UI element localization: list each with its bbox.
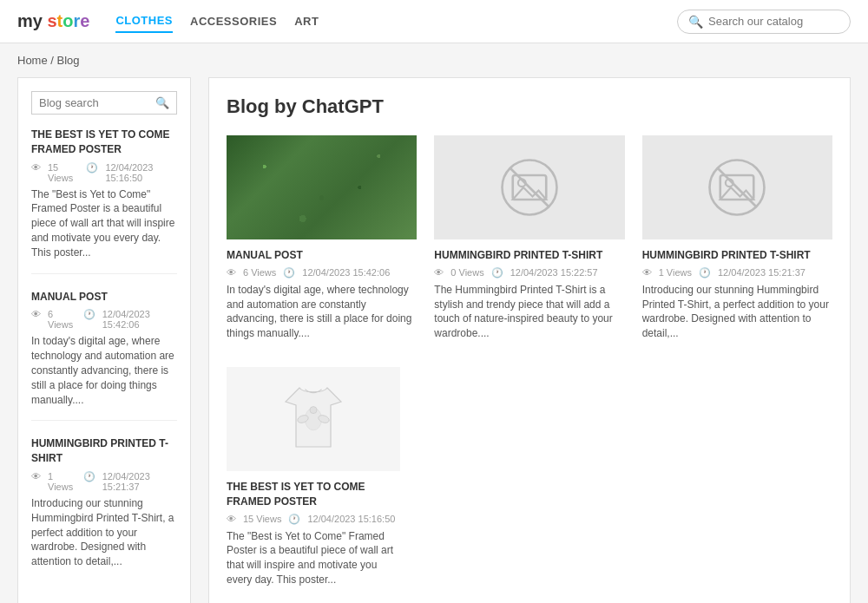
sidebar-post-1-views: 6 Views bbox=[48, 309, 76, 330]
blog-card-hummingbird-1: HUMMINGBIRD PRINTED T-SHIRT 👁 0 Views 🕐 … bbox=[434, 135, 624, 341]
sidebar-post-2-views: 1 Views bbox=[48, 471, 76, 492]
blog-card-hummingbird-2-meta: 👁 1 Views 🕐 12/04/2023 15:21:37 bbox=[642, 267, 832, 279]
blog-card-hummingbird-1-meta: 👁 0 Views 🕐 12/04/2023 15:22:57 bbox=[434, 267, 624, 279]
main-nav: CLOTHES ACCESSORIES ART bbox=[115, 10, 677, 33]
svg-line-6 bbox=[718, 167, 758, 207]
sidebar-post-0-clock-icon: 🕐 bbox=[86, 162, 98, 183]
sidebar-post-2-excerpt: Introducing our stunning Hummingbird Pri… bbox=[31, 496, 177, 569]
breadcrumb-home[interactable]: Home bbox=[17, 54, 48, 67]
blog-card-hummingbird-1-views-icon: 👁 bbox=[434, 267, 444, 279]
sidebar-post-0-title[interactable]: THE BEST IS YET TO COME FRAMED POSTER bbox=[31, 128, 177, 157]
logo-my-text: my bbox=[17, 11, 47, 30]
blog-card-hummingbird-2: HUMMINGBIRD PRINTED T-SHIRT 👁 1 Views 🕐 … bbox=[642, 135, 832, 341]
blog-card-manual-post-views-icon: 👁 bbox=[227, 267, 236, 279]
nav-item-art[interactable]: ART bbox=[294, 10, 319, 32]
blog-card-best-poster-date: 12/04/2023 15:16:50 bbox=[307, 514, 395, 525]
logo[interactable]: my store bbox=[17, 11, 89, 31]
sidebar-post-0-views-icon: 👁 bbox=[31, 162, 41, 183]
blog-card-manual-post-image[interactable] bbox=[227, 135, 417, 239]
blog-card-hummingbird-2-excerpt: Introducing our stunning Hummingbird Pri… bbox=[642, 283, 832, 341]
breadcrumb: Home / Blog bbox=[0, 43, 868, 77]
blog-card-hummingbird-1-clock-icon: 🕐 bbox=[491, 267, 503, 279]
sidebar-post-1: MANUAL POST 👁 6 Views 🕐 12/04/2023 15:42… bbox=[31, 290, 177, 422]
sidebar-post-1-meta: 👁 6 Views 🕐 12/04/2023 15:42:06 bbox=[31, 309, 177, 330]
blog-card-best-poster-clock-icon: 🕐 bbox=[288, 514, 300, 525]
blog-card-hummingbird-1-views: 0 Views bbox=[450, 267, 483, 279]
blog-card-best-poster-views: 15 Views bbox=[243, 514, 281, 525]
svg-point-11 bbox=[310, 407, 317, 414]
blog-card-best-poster-image[interactable] bbox=[227, 367, 400, 471]
global-search-box[interactable]: 🔍 bbox=[677, 10, 851, 34]
sidebar-post-2-clock-icon: 🕐 bbox=[83, 471, 95, 492]
blog-card-manual-post-meta: 👁 6 Views 🕐 12/04/2023 15:42:06 bbox=[227, 267, 417, 279]
sidebar-post-1-excerpt: In today's digital age, where technology… bbox=[31, 334, 177, 407]
blog-card-hummingbird-2-title[interactable]: HUMMINGBIRD PRINTED T-SHIRT bbox=[642, 248, 832, 263]
sidebar-post-0-views: 15 Views bbox=[48, 162, 79, 183]
svg-line-1 bbox=[510, 167, 549, 207]
blog-card-manual-post-excerpt: In today's digital age, where technology… bbox=[227, 283, 417, 341]
sidebar-post-0-date: 12/04/2023 15:16:50 bbox=[105, 162, 177, 183]
blog-card-best-poster-views-icon: 👁 bbox=[227, 514, 236, 525]
blog-card-hummingbird-2-image[interactable] bbox=[642, 135, 832, 239]
blog-card-manual-post-title[interactable]: MANUAL POST bbox=[227, 248, 417, 263]
sidebar-post-2-views-icon: 👁 bbox=[31, 471, 41, 492]
blog-card-hummingbird-2-date: 12/04/2023 15:21:37 bbox=[718, 267, 806, 279]
sidebar-post-2-date: 12/04/2023 15:21:37 bbox=[102, 471, 177, 492]
blog-search-icon[interactable]: 🔍 bbox=[155, 96, 169, 109]
blog-card-hummingbird-1-date: 12/04/2023 15:22:57 bbox=[510, 267, 598, 279]
breadcrumb-current: Blog bbox=[57, 54, 80, 67]
content-area: Blog by ChatGPT MANUAL POST 👁 6 Views 🕐 … bbox=[208, 77, 851, 603]
no-image-icon bbox=[499, 157, 560, 218]
blog-card-manual-post: MANUAL POST 👁 6 Views 🕐 12/04/2023 15:42… bbox=[227, 135, 417, 341]
sidebar: 🔍 THE BEST IS YET TO COME FRAMED POSTER … bbox=[17, 77, 191, 603]
blog-card-best-poster: THE BEST IS YET TO COME FRAMED POSTER 👁 … bbox=[227, 367, 400, 587]
sidebar-post-1-title[interactable]: MANUAL POST bbox=[31, 290, 177, 305]
blog-card-manual-post-clock-icon: 🕐 bbox=[283, 267, 295, 279]
blog-search-box[interactable]: 🔍 bbox=[31, 91, 177, 115]
blog-card-hummingbird-1-title[interactable]: HUMMINGBIRD PRINTED T-SHIRT bbox=[434, 248, 624, 263]
blog-page-title: Blog by ChatGPT bbox=[227, 95, 832, 118]
sidebar-post-2: HUMMINGBIRD PRINTED T-SHIRT 👁 1 Views 🕐 … bbox=[31, 436, 177, 582]
nav-item-clothes[interactable]: CLOTHES bbox=[115, 10, 173, 33]
blog-card-hummingbird-2-views-icon: 👁 bbox=[642, 267, 652, 279]
sidebar-post-1-clock-icon: 🕐 bbox=[83, 309, 95, 330]
blog-card-manual-post-views: 6 Views bbox=[243, 267, 276, 279]
blog-card-hummingbird-1-image[interactable] bbox=[434, 135, 624, 239]
global-search-input[interactable] bbox=[708, 15, 839, 28]
blog-card-hummingbird-2-views: 1 Views bbox=[659, 267, 692, 279]
sidebar-post-0: THE BEST IS YET TO COME FRAMED POSTER 👁 … bbox=[31, 128, 177, 274]
blog-search-input[interactable] bbox=[39, 96, 155, 109]
search-icon: 🔍 bbox=[688, 15, 703, 29]
sidebar-post-1-views-icon: 👁 bbox=[31, 309, 41, 330]
blog-row-1: THE BEST IS YET TO COME FRAMED POSTER 👁 … bbox=[227, 367, 832, 587]
sidebar-post-0-meta: 👁 15 Views 🕐 12/04/2023 15:16:50 bbox=[31, 162, 177, 183]
tshirt-svg bbox=[279, 380, 348, 458]
blog-card-hummingbird-1-excerpt: The Hummingbird Printed T-Shirt is a sty… bbox=[434, 283, 624, 341]
sidebar-post-1-date: 12/04/2023 15:42:06 bbox=[102, 309, 177, 330]
blog-card-manual-post-date: 12/04/2023 15:42:06 bbox=[302, 267, 390, 279]
sidebar-post-0-excerpt: The "Best is Yet to Come" Framed Poster … bbox=[31, 187, 177, 260]
blog-row-0: MANUAL POST 👁 6 Views 🕐 12/04/2023 15:42… bbox=[227, 135, 832, 341]
nav-item-accessories[interactable]: ACCESSORIES bbox=[190, 10, 277, 32]
main-container: 🔍 THE BEST IS YET TO COME FRAMED POSTER … bbox=[0, 77, 868, 603]
blog-card-best-poster-excerpt: The "Best is Yet to Come" Framed Poster … bbox=[227, 529, 400, 587]
sidebar-post-2-title[interactable]: HUMMINGBIRD PRINTED T-SHIRT bbox=[31, 436, 177, 466]
blog-card-best-poster-meta: 👁 15 Views 🕐 12/04/2023 15:16:50 bbox=[227, 514, 400, 525]
no-image-icon-2 bbox=[707, 157, 767, 218]
blog-card-hummingbird-2-clock-icon: 🕐 bbox=[699, 267, 711, 279]
breadcrumb-separator: / bbox=[50, 54, 56, 67]
header: my store CLOTHES ACCESSORIES ART 🔍 bbox=[0, 0, 868, 43]
sidebar-post-2-meta: 👁 1 Views 🕐 12/04/2023 15:21:37 bbox=[31, 471, 177, 492]
blog-card-best-poster-title[interactable]: THE BEST IS YET TO COME FRAMED POSTER bbox=[227, 480, 400, 509]
